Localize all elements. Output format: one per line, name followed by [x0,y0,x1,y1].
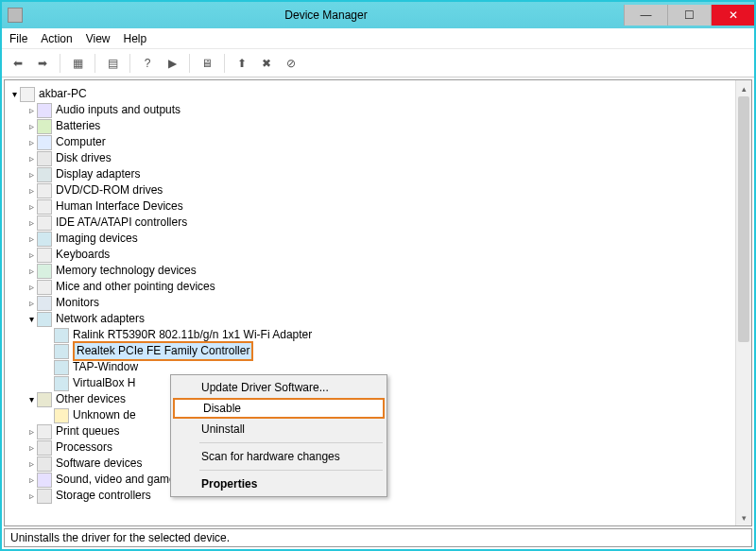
display-icon [37,167,52,182]
update-driver-button[interactable]: ⬆ [232,53,252,74]
expand-icon[interactable]: ▹ [26,472,37,488]
separator-icon [94,54,95,73]
status-text: Uninstalls the driver for the selected d… [10,531,230,544]
computer-icon [20,87,35,102]
vertical-scrollbar[interactable]: ▴ ▾ [735,80,751,525]
tree-item-label[interactable]: Monitors [56,295,99,311]
tree-item-label[interactable]: Disk drives [56,150,112,166]
expand-icon[interactable]: ▹ [26,456,37,472]
forward-button[interactable]: ➡ [32,53,53,74]
help-button[interactable]: ? [137,53,158,74]
network-card-icon [54,328,69,343]
tree-item-label[interactable]: Print queues [56,423,119,439]
tree-item-label[interactable]: Software devices [56,456,142,472]
scroll-up-icon[interactable]: ▴ [736,80,751,96]
maximize-button[interactable]: ☐ [667,5,711,26]
scroll-thumb[interactable] [738,96,749,342]
ctx-properties[interactable]: Properties [173,474,385,494]
expand-icon[interactable]: ▹ [26,118,37,134]
scan-hardware-button[interactable]: 🖥 [197,53,217,74]
menu-bar: File Action View Help [2,28,754,49]
tree-item-label[interactable]: Human Interface Devices [56,198,183,215]
separator-icon [60,54,60,73]
tree-item-label[interactable]: Storage controllers [56,488,151,504]
separator-icon [199,442,383,443]
expand-icon[interactable]: ▹ [26,423,37,439]
context-menu: Update Driver Software... Disable Uninst… [170,374,387,497]
window-title: Device Manager [28,9,624,22]
tree-pane: ▾akbar-PC ▹Audio inputs and outputs ▹Bat… [4,79,752,526]
collapse-icon[interactable]: ▾ [9,86,20,102]
tree-item-label[interactable]: Processors [56,439,112,456]
selected-device[interactable]: Realtek PCIe FE Family Controller [73,341,253,361]
expand-icon[interactable]: ▹ [26,279,37,295]
tree-item-label[interactable]: VirtualBox H [73,375,135,391]
network-card-icon [54,360,69,375]
expand-icon[interactable]: ▹ [26,231,37,247]
tree-item-label[interactable]: Memory technology devices [56,263,197,279]
separator-icon [199,470,383,471]
tree-item-label[interactable]: Imaging devices [56,231,138,247]
audio-icon [37,103,52,118]
tree-item-label[interactable]: IDE ATA/ATAPI controllers [56,215,187,231]
tree-item-label[interactable]: Audio inputs and outputs [56,102,180,118]
printer-icon [37,424,52,439]
status-bar: Uninstalls the driver for the selected d… [4,528,752,547]
processor-icon [37,440,52,456]
warning-icon [54,408,69,423]
tree-item-label[interactable]: Batteries [56,118,100,134]
tree-item-label[interactable]: Unknown de [73,407,136,423]
expand-icon[interactable]: ▹ [26,488,37,504]
menu-view[interactable]: View [86,32,111,45]
network-card-icon [54,376,69,391]
software-icon [37,456,52,472]
imaging-icon [37,232,52,247]
tree-item-label[interactable]: Display adapters [56,166,140,182]
disk-icon [37,151,52,166]
app-icon [8,8,23,23]
properties-button[interactable]: ▤ [102,53,123,74]
menu-help[interactable]: Help [124,32,147,45]
tree-item-label[interactable]: Computer [56,134,106,150]
disable-button[interactable]: ⊘ [281,53,301,74]
expand-icon[interactable]: ▹ [26,102,37,118]
tree-item-label[interactable]: TAP-Window [73,359,138,375]
hid-icon [37,199,52,215]
expand-icon[interactable]: ▹ [26,247,37,263]
expand-icon[interactable]: ▹ [26,439,37,456]
menu-file[interactable]: File [9,32,27,45]
tree-item-label[interactable]: DVD/CD-ROM drives [56,182,163,198]
ctx-uninstall[interactable]: Uninstall [173,419,385,439]
titlebar[interactable]: Device Manager — ☐ ✕ [2,2,754,28]
minimize-button[interactable]: — [624,5,667,26]
expand-icon[interactable]: ▹ [26,198,37,215]
menu-action[interactable]: Action [41,32,72,45]
ctx-disable[interactable]: Disable [173,398,385,419]
expand-icon[interactable]: ▹ [26,215,37,231]
scroll-down-icon[interactable]: ▾ [736,509,751,525]
battery-icon [37,119,52,134]
tree-item-label[interactable]: Mice and other pointing devices [56,279,215,295]
close-button[interactable]: ✕ [711,5,754,26]
dvd-icon [37,183,52,198]
back-button[interactable]: ⬅ [8,53,28,74]
tree-item-label[interactable]: Network adapters [56,311,145,327]
collapse-icon[interactable]: ▾ [26,391,37,407]
collapse-icon[interactable]: ▾ [26,311,37,327]
tree-item-label[interactable]: Keyboards [56,247,110,263]
tree-root[interactable]: ▾akbar-PC [9,86,749,102]
uninstall-button[interactable]: ✖ [256,53,277,74]
expand-icon[interactable]: ▹ [26,150,37,166]
expand-icon[interactable]: ▹ [26,295,37,311]
ctx-scan[interactable]: Scan for hardware changes [173,446,385,467]
show-hide-console-button[interactable]: ▦ [67,53,88,74]
ctx-update-driver[interactable]: Update Driver Software... [173,377,385,398]
separator-icon [129,54,130,73]
window-controls: — ☐ ✕ [624,5,754,26]
expand-icon[interactable]: ▹ [26,166,37,182]
expand-icon[interactable]: ▹ [26,263,37,279]
expand-icon[interactable]: ▹ [26,134,37,150]
expand-icon[interactable]: ▹ [26,182,37,198]
tree-item-label[interactable]: Other devices [56,391,126,407]
action-button[interactable]: ▶ [162,53,182,74]
